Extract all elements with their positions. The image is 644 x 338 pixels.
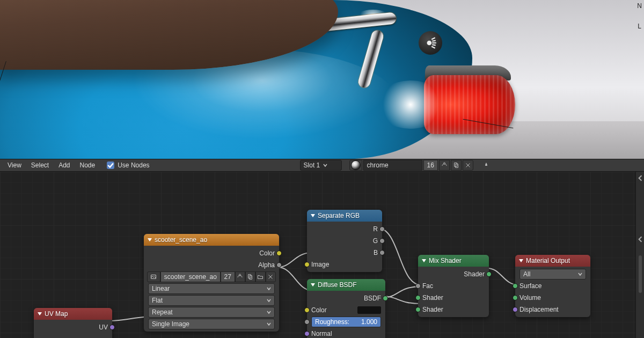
socket-bsdf-out[interactable]: BSDF	[307, 292, 385, 304]
image-open-button[interactable]	[255, 271, 266, 282]
sidebar-toggle-icon[interactable]	[637, 175, 643, 181]
socket-dot[interactable]	[379, 226, 385, 232]
extension-select[interactable]: Repeat	[148, 307, 275, 318]
image-fakeuser-button[interactable]	[235, 271, 245, 282]
node-link	[378, 227, 421, 287]
node-header[interactable]: Material Output	[515, 255, 590, 267]
socket-displacement-in[interactable]: Displacement	[515, 304, 590, 315]
socket-dot[interactable]	[379, 238, 385, 244]
editor-sidebar[interactable]	[635, 172, 644, 338]
node-title: Mix Shader	[429, 257, 462, 264]
node-separate-rgb[interactable]: Separate RGB R G B Image	[307, 210, 382, 272]
nav-gizmo-label: N	[637, 2, 642, 10]
socket-uv-out[interactable]: UV	[34, 321, 112, 333]
use-nodes-label: Use Nodes	[118, 161, 149, 169]
node-header[interactable]: scooter_scene_ao	[144, 234, 279, 246]
interpolation-select[interactable]: Linear	[148, 283, 275, 294]
collapse-icon	[148, 238, 152, 241]
socket-dot[interactable]	[304, 331, 310, 336]
socket-volume-in[interactable]: Volume	[515, 292, 590, 304]
roughness-field[interactable]: Roughness:1.000	[311, 317, 381, 327]
viewport-3d[interactable]: N L	[0, 0, 644, 159]
image-new-button[interactable]	[245, 271, 255, 282]
fake-user-button[interactable]	[439, 160, 450, 171]
socket-dot[interactable]	[415, 283, 421, 289]
collapse-icon	[519, 259, 523, 262]
source-select[interactable]: Single Image	[148, 319, 275, 329]
node-title: UV Map	[45, 310, 68, 318]
pin-button[interactable]	[481, 160, 492, 171]
socket-dot[interactable]	[383, 296, 388, 301]
socket-r-out[interactable]: R	[307, 223, 382, 235]
socket-roughness-in[interactable]: Roughness:1.000	[307, 316, 385, 328]
nav-gizmo-label: L	[637, 23, 642, 30]
projection-select[interactable]: Flat	[148, 295, 275, 306]
color-swatch[interactable]	[357, 306, 381, 314]
slot-selector[interactable]: Slot 1	[300, 160, 342, 171]
node-editor[interactable]: UV Map UV scooter_scene_ao Color Alpha s…	[0, 172, 644, 338]
node-link	[278, 251, 311, 270]
node-diffuse-bsdf[interactable]: Diffuse BSDF BSDF Color Roughness:1.000 …	[307, 279, 385, 338]
socket-image-in[interactable]: Image	[307, 259, 382, 270]
socket-shader2-in[interactable]: Shader	[418, 304, 489, 315]
material-name-field[interactable]: chrome	[363, 160, 422, 171]
socket-fac-in[interactable]: Fac	[418, 280, 489, 292]
socket-dot[interactable]	[304, 262, 310, 267]
menu-node[interactable]: Node	[76, 160, 100, 171]
image-unlink-button[interactable]	[266, 271, 276, 282]
collapse-icon	[38, 312, 42, 315]
scrollbar-handle[interactable]	[639, 255, 642, 293]
svg-point-0	[443, 163, 445, 164]
socket-b-out[interactable]: B	[307, 247, 382, 259]
socket-dot[interactable]	[304, 319, 310, 325]
node-title: scooter_scene_ao	[155, 236, 207, 244]
socket-dot[interactable]	[513, 295, 518, 300]
socket-dot[interactable]	[513, 283, 518, 289]
material-preview-icon	[351, 160, 361, 170]
node-uv-map[interactable]: UV Map UV	[34, 308, 112, 338]
node-mix-shader[interactable]: Mix Shader Shader Fac Shader Shader	[418, 255, 489, 317]
socket-dot[interactable]	[513, 307, 518, 312]
nav-gizmo[interactable]: N L	[637, 2, 642, 30]
collapse-icon	[311, 283, 315, 286]
image-users-count[interactable]: 27	[221, 271, 235, 282]
new-material-button[interactable]	[451, 160, 462, 171]
image-browse-button[interactable]	[147, 271, 160, 282]
socket-dot[interactable]	[276, 251, 282, 256]
socket-g-out[interactable]: G	[307, 235, 382, 247]
socket-alpha-out[interactable]: Alpha	[144, 259, 279, 271]
unlink-material-button[interactable]	[463, 160, 473, 171]
socket-dot[interactable]	[109, 325, 115, 330]
socket-surface-in[interactable]: Surface	[515, 280, 590, 292]
socket-dot[interactable]	[276, 262, 282, 268]
socket-dot[interactable]	[415, 307, 421, 312]
node-material-output[interactable]: Material Output All Surface Volume Displ…	[515, 255, 590, 317]
node-header[interactable]: Mix Shader	[418, 255, 489, 267]
material-users-count[interactable]: 16	[423, 160, 438, 171]
socket-dot[interactable]	[415, 295, 421, 300]
target-select[interactable]: All	[519, 269, 586, 280]
node-title: Separate RGB	[318, 212, 360, 219]
svg-point-4	[239, 274, 241, 276]
menu-view[interactable]: View	[3, 160, 26, 171]
use-nodes-checkbox[interactable]	[107, 161, 114, 169]
material-browse-button[interactable]	[349, 160, 362, 171]
socket-shader1-in[interactable]: Shader	[418, 292, 489, 304]
light-gizmo-icon[interactable]	[419, 31, 442, 55]
node-image-texture[interactable]: scooter_scene_ao Color Alpha scooter_sce…	[144, 234, 279, 332]
sidebar-toggle-icon[interactable]	[637, 236, 643, 243]
socket-dot[interactable]	[486, 271, 492, 277]
socket-shader-out[interactable]: Shader	[418, 268, 489, 280]
node-header[interactable]: Separate RGB	[307, 210, 382, 222]
slot-label: Slot 1	[304, 161, 320, 169]
socket-dot[interactable]	[304, 307, 310, 313]
socket-normal-in[interactable]: Normal	[307, 328, 385, 338]
socket-color-in[interactable]: Color	[307, 304, 385, 316]
image-name-field[interactable]: scooter_scene_ao	[160, 271, 221, 282]
node-header[interactable]: Diffuse BSDF	[307, 279, 385, 291]
socket-color-out[interactable]: Color	[144, 247, 279, 259]
menu-add[interactable]: Add	[54, 160, 74, 171]
menu-select[interactable]: Select	[27, 160, 53, 171]
socket-dot[interactable]	[379, 250, 385, 255]
node-header[interactable]: UV Map	[34, 308, 112, 320]
